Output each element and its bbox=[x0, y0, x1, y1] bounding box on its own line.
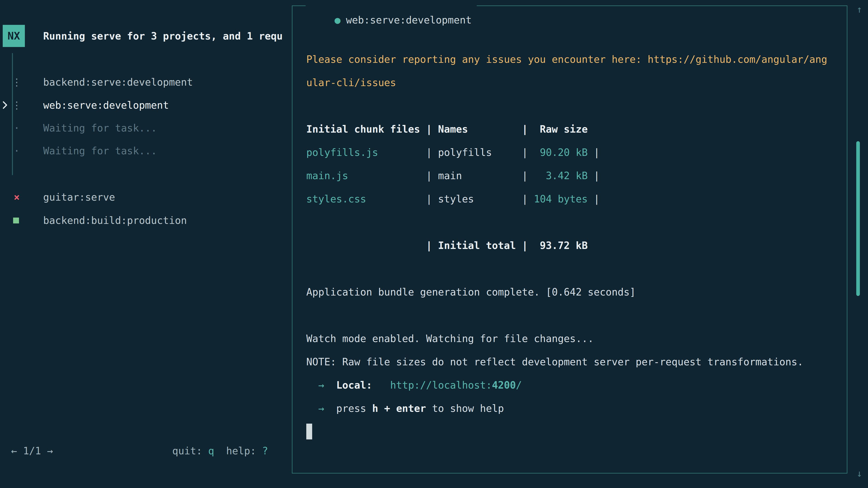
scroll-down-arrow-icon[interactable]: ↓ bbox=[854, 468, 865, 479]
task-label: backend:serve:development bbox=[43, 70, 193, 94]
hint-separator bbox=[214, 445, 226, 457]
footer-hints: quit: q help: ? bbox=[172, 439, 268, 462]
table-row-polyfills: polyfills.js | polyfills | 90.20 kB | bbox=[306, 141, 600, 164]
task-label: guitar:serve bbox=[43, 186, 115, 209]
url-suffix: / bbox=[516, 379, 522, 391]
task-row-waiting-1[interactable]: · Waiting for task... bbox=[0, 116, 289, 140]
table-row-main: main.js | main | 3.42 kB | bbox=[306, 164, 600, 187]
next-page-arrow-icon[interactable]: → bbox=[47, 445, 53, 457]
task-row-web-serve[interactable]: ⋮ web:serve:development bbox=[0, 94, 289, 117]
localhost-url[interactable]: http://localhost:4200/ bbox=[390, 379, 522, 391]
issues-url-continued[interactable]: ular-cli/issues bbox=[306, 77, 396, 88]
table-separator: | bbox=[348, 170, 438, 182]
indent bbox=[306, 379, 318, 391]
help-text: to show help bbox=[426, 402, 504, 414]
table-row-styles: styles.css | styles | 104 bytes | bbox=[306, 187, 600, 210]
success-square-icon bbox=[13, 218, 19, 223]
sidebar-title: Running serve for 3 projects, and 1 requ bbox=[43, 24, 283, 48]
chunk-name: polyfills bbox=[438, 147, 492, 158]
prev-page-arrow-icon[interactable]: ← bbox=[11, 445, 17, 457]
help-hint-line: → press h + enter to show help bbox=[306, 397, 504, 420]
spinner-icon: ⋮ bbox=[11, 94, 23, 117]
quit-key: q bbox=[208, 445, 214, 457]
sidebar: NX Running serve for 3 projects, and 1 r… bbox=[0, 0, 292, 488]
issues-url[interactable]: https://github.com/angular/ang bbox=[648, 54, 827, 65]
task-row-waiting-2[interactable]: · Waiting for task... bbox=[0, 139, 289, 162]
table-separator: | bbox=[474, 193, 534, 205]
table-separator: | bbox=[588, 193, 600, 205]
gap bbox=[372, 379, 390, 391]
task-row-backend-build[interactable]: backend:build:production bbox=[0, 209, 289, 232]
notice-text: Please consider reporting any issues you… bbox=[306, 54, 648, 65]
chunk-size: 104 bytes bbox=[534, 193, 588, 205]
notice-line-2: ular-cli/issues bbox=[306, 71, 396, 94]
chunk-file-name: polyfills.js bbox=[306, 147, 378, 158]
cursor-line bbox=[306, 420, 312, 443]
table-separator: | bbox=[588, 170, 600, 182]
quit-hint-label: quit: bbox=[172, 445, 208, 457]
waiting-dot-icon: · bbox=[11, 116, 23, 140]
output-panel: ●web:serve:development Please consider r… bbox=[292, 5, 847, 474]
url-prefix: http://localhost: bbox=[390, 379, 492, 391]
scroll-up-arrow-icon[interactable]: ↑ bbox=[854, 4, 865, 15]
chunk-name: main bbox=[438, 170, 462, 182]
task-row-guitar-serve[interactable]: × guitar:serve bbox=[0, 186, 289, 209]
arrow-icon: → bbox=[318, 379, 324, 391]
terminal-cursor bbox=[306, 424, 312, 440]
selected-task-chevron-icon bbox=[2, 100, 8, 110]
notice-line-1: Please consider reporting any issues you… bbox=[306, 48, 827, 71]
help-key: ? bbox=[262, 445, 268, 457]
chunk-file-name: styles.css bbox=[306, 193, 366, 205]
note-line: NOTE: Raw file sizes do not reflect deve… bbox=[306, 350, 803, 373]
panel-title-text: web:serve:development bbox=[346, 14, 471, 26]
help-hint-label: help: bbox=[226, 445, 262, 457]
page-indicator bbox=[17, 445, 23, 457]
page-indicator bbox=[41, 445, 47, 457]
panel-title: ●web:serve:development bbox=[306, 0, 477, 13]
table-separator: | bbox=[366, 193, 438, 205]
spinner-icon: ⋮ bbox=[11, 70, 23, 94]
table-separator: | bbox=[492, 147, 540, 158]
help-keys: h + enter bbox=[372, 402, 426, 414]
chunk-name: styles bbox=[438, 193, 474, 205]
task-row-backend-serve[interactable]: ⋮ backend:serve:development bbox=[0, 70, 289, 94]
table-separator: | bbox=[378, 147, 438, 158]
help-text: press bbox=[336, 402, 372, 414]
chunk-size: 3.42 kB bbox=[546, 170, 588, 182]
local-server-line: → Local: http://localhost:4200/ bbox=[306, 373, 522, 397]
bundle-complete-line: Application bundle generation complete. … bbox=[306, 281, 636, 304]
watch-mode-line: Watch mode enabled. Watching for file ch… bbox=[306, 327, 594, 350]
pagination: ← 1/1 → bbox=[11, 439, 53, 462]
task-label: backend:build:production bbox=[43, 209, 187, 232]
chunk-size: 90.20 kB bbox=[540, 147, 588, 158]
gap bbox=[324, 402, 336, 414]
arrow-icon: → bbox=[318, 402, 324, 414]
task-label: Waiting for task... bbox=[43, 139, 157, 162]
table-separator: | bbox=[462, 170, 546, 182]
nx-logo: NX bbox=[3, 25, 25, 47]
table-total-row: | Initial total | 93.72 kB bbox=[306, 234, 588, 257]
indent bbox=[306, 402, 318, 414]
error-cross-icon: × bbox=[11, 186, 23, 209]
scrollbar-thumb[interactable] bbox=[856, 141, 860, 296]
task-label: Waiting for task... bbox=[43, 116, 157, 140]
table-header-row: Initial chunk files | Names | Raw size bbox=[306, 118, 588, 141]
local-label: Local: bbox=[336, 379, 372, 391]
nx-tui-screen: { "colors": { "background": "#0f2531", "… bbox=[0, 0, 868, 488]
waiting-dot-icon: · bbox=[11, 139, 23, 162]
task-label: web:serve:development bbox=[43, 94, 169, 117]
url-port: 4200 bbox=[492, 379, 516, 391]
chunk-file-name: main.js bbox=[306, 170, 348, 182]
page-label: 1/1 bbox=[23, 445, 41, 457]
status-dot-icon: ● bbox=[335, 14, 341, 26]
table-separator: | bbox=[588, 147, 600, 158]
gap bbox=[324, 379, 336, 391]
